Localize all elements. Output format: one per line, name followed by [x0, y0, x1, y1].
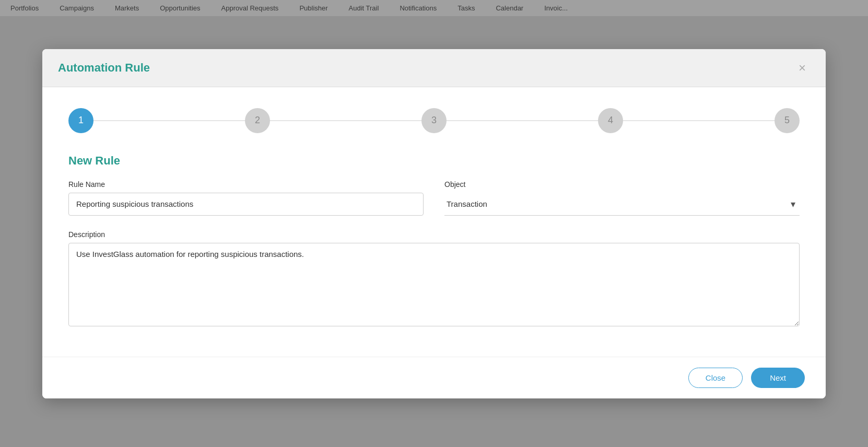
modal-title: Automation Rule	[58, 61, 150, 75]
modal-header: Automation Rule ×	[42, 49, 826, 87]
close-button[interactable]: Close	[688, 368, 743, 388]
step-5[interactable]: 5	[775, 108, 800, 133]
description-row: Description Use InvestGlass automation f…	[68, 230, 800, 326]
description-group: Description Use InvestGlass automation f…	[68, 230, 800, 326]
form-section-title: New Rule	[68, 154, 800, 168]
automation-rule-modal: Automation Rule × 1 2 3 4 5 New Rule Rul…	[42, 49, 826, 398]
rule-name-label: Rule Name	[68, 180, 424, 189]
object-select[interactable]: Transaction Contact Portfolio Account	[444, 193, 800, 216]
step-1[interactable]: 1	[68, 108, 93, 133]
object-label: Object	[444, 180, 800, 189]
modal-overlay: Automation Rule × 1 2 3 4 5 New Rule Rul…	[0, 0, 868, 447]
description-label: Description	[68, 230, 800, 239]
modal-footer: Close Next	[42, 357, 826, 398]
stepper: 1 2 3 4 5	[68, 108, 800, 133]
object-select-wrapper: Transaction Contact Portfolio Account ▾	[444, 193, 800, 216]
step-4[interactable]: 4	[598, 108, 623, 133]
next-button[interactable]: Next	[751, 368, 805, 388]
rule-name-input[interactable]	[68, 193, 424, 216]
step-2[interactable]: 2	[245, 108, 270, 133]
object-group: Object Transaction Contact Portfolio Acc…	[444, 180, 800, 216]
modal-body: 1 2 3 4 5 New Rule Rule Name Object	[42, 87, 826, 357]
modal-close-x-button[interactable]: ×	[794, 60, 810, 76]
rule-name-object-row: Rule Name Object Transaction Contact Por…	[68, 180, 800, 216]
rule-name-group: Rule Name	[68, 180, 424, 216]
step-3[interactable]: 3	[421, 108, 447, 133]
description-textarea[interactable]: Use InvestGlass automation for reporting…	[68, 243, 800, 326]
